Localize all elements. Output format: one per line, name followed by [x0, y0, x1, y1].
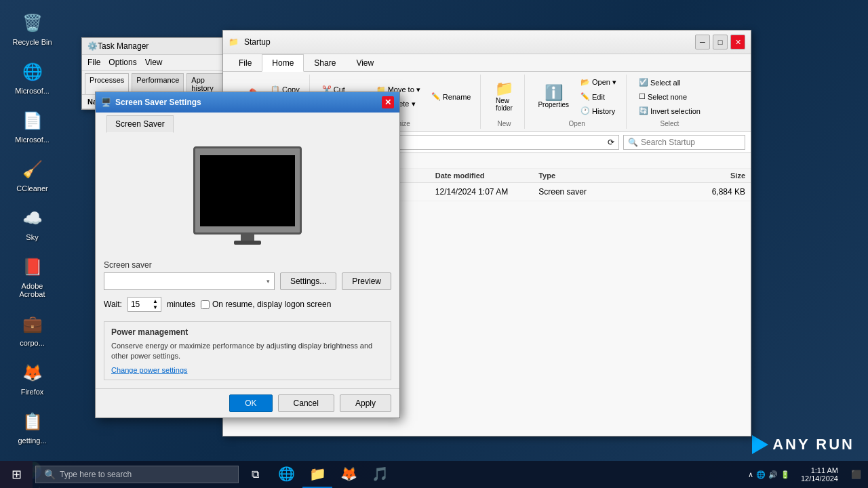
- ssd-wait-value: 15: [131, 300, 140, 309]
- ssd-resume-label[interactable]: On resume, display logon screen: [201, 300, 331, 309]
- getting-label: getting...: [18, 436, 46, 445]
- desktop-icon-sky[interactable]: ☁️ Sky: [7, 202, 58, 244]
- col-header-date[interactable]: Date modified: [435, 171, 538, 180]
- taskbar-edge-icon: 🌐: [278, 466, 295, 482]
- firefox-desktop-label: Firefox: [21, 388, 44, 396]
- ssd-power-group: Power management Conserve energy or maxi…: [104, 321, 391, 380]
- ssd-resume-checkbox[interactable]: [201, 300, 210, 309]
- ssd-spinner-up[interactable]: ▲: [153, 298, 158, 304]
- open-button[interactable]: 📂 Open ▾: [576, 76, 620, 89]
- col-header-type[interactable]: Type: [538, 171, 642, 180]
- ssd-tab-area: Screen Saver: [96, 113, 399, 133]
- desktop-icon-corpo[interactable]: 💼 corpo...: [7, 308, 58, 350]
- start-button[interactable]: ⊞: [0, 461, 33, 488]
- ssd-body: Screen saver ▾ Settings... Preview Wait:…: [96, 133, 399, 388]
- history-button[interactable]: 🕐 History: [576, 104, 620, 117]
- ssd-screensaver-tab[interactable]: Screen Saver: [106, 115, 174, 133]
- tm-menu-view[interactable]: View: [145, 58, 163, 67]
- getting-icon: 📋: [19, 408, 46, 435]
- ssd-wait-spinner[interactable]: 15 ▲ ▼: [127, 297, 161, 312]
- file-type-cell: Screen saver: [538, 187, 642, 197]
- ssd-minutes-label: minutes: [167, 300, 195, 309]
- select-all-icon: ☑️: [639, 78, 648, 87]
- taskbar-edge-button[interactable]: 🌐: [271, 461, 301, 488]
- select-none-button[interactable]: ☐ Select none: [635, 90, 705, 103]
- ssd-dropdown-chevron: ▾: [267, 278, 270, 285]
- systray-network-icon: 🌐: [756, 470, 766, 479]
- col-header-size[interactable]: Size: [642, 171, 745, 180]
- ssd-ok-button[interactable]: OK: [229, 394, 272, 412]
- desktop-icon-firefox[interactable]: 🦊 Firefox: [7, 357, 58, 399]
- ssd-dropdown-value: [108, 277, 111, 286]
- ccleaner-icon: 🧹: [19, 156, 46, 183]
- rename-button[interactable]: ✏️ Rename: [427, 90, 475, 103]
- ssd-close-button[interactable]: ✕: [382, 96, 394, 108]
- edit-icon: ✏️: [580, 92, 590, 101]
- desktop-icon-recycle-bin[interactable]: 🗑️ Recycle Bin: [7, 7, 58, 49]
- task-manager-titlebar: ⚙️ Task Manager: [82, 38, 230, 55]
- ssd-power-link[interactable]: Change power settings: [111, 366, 384, 374]
- task-manager-title: Task Manager: [98, 41, 149, 51]
- windows-icon: ⊞: [12, 467, 22, 482]
- show-desktop-icon: ⬛: [851, 470, 861, 479]
- ssd-spinner-down[interactable]: ▼: [153, 304, 158, 310]
- tm-menu-options[interactable]: Options: [108, 58, 136, 67]
- systray-up-arrow-icon[interactable]: ∧: [748, 470, 753, 479]
- new-folder-button[interactable]: 📁 Newfolder: [489, 79, 519, 115]
- invert-selection-button[interactable]: 🔄 Invert selection: [635, 104, 705, 117]
- taskbar-clock[interactable]: 1:11 AM 12/14/2024: [795, 466, 844, 483]
- fe-search-box[interactable]: 🔍: [623, 135, 745, 150]
- fe-close-button[interactable]: ✕: [730, 35, 745, 49]
- anyrun-text: ANY RUN: [772, 436, 854, 453]
- ssd-settings-button[interactable]: Settings...: [280, 272, 336, 290]
- fe-titlebar-left: 📁 Startup: [229, 37, 271, 47]
- ssd-apply-button[interactable]: Apply: [340, 394, 391, 412]
- search-input[interactable]: [641, 138, 729, 147]
- ssd-power-text: Conserve energy or maximize performance …: [111, 341, 384, 362]
- taskbar-fileexplorer-button[interactable]: 📁: [302, 461, 332, 488]
- ribbon-tab-home[interactable]: Home: [262, 54, 304, 72]
- ribbon-tab-share[interactable]: Share: [304, 54, 346, 72]
- ssd-icon: 🖥️: [101, 98, 111, 107]
- fe-folder-icon: 📁: [229, 37, 239, 47]
- taskbar-firefox-button[interactable]: 🦊: [334, 461, 363, 488]
- select-group-label: Select: [660, 120, 679, 127]
- ssd-monitor-screen: [200, 155, 295, 226]
- ssd-titlebar: 🖥️ Screen Saver Settings ✕: [96, 92, 399, 113]
- fe-minimize-button[interactable]: ─: [695, 35, 710, 49]
- tm-menu-file[interactable]: File: [87, 58, 100, 67]
- show-desktop-button[interactable]: ⬛: [844, 461, 868, 488]
- ccleaner-label: CCleaner: [16, 184, 47, 192]
- taskbar-search-placeholder: Type here to search: [60, 470, 132, 479]
- select-none-label: Select none: [648, 93, 687, 101]
- desktop-icon-getting[interactable]: 📋 getting...: [7, 405, 58, 447]
- task-manager-icon: ⚙️: [87, 41, 98, 51]
- task-view-button[interactable]: ⧉: [241, 461, 269, 488]
- desktop-icon-edge[interactable]: 🌐 Microsof...: [7, 56, 58, 98]
- fe-maximize-button[interactable]: □: [713, 35, 728, 49]
- taskbar-apps: 🌐 📁 🦊 🎵: [269, 461, 743, 488]
- screen-saver-dialog: 🖥️ Screen Saver Settings ✕ Screen Saver: [95, 92, 400, 418]
- ssd-preview-button[interactable]: Preview: [342, 272, 391, 290]
- desktop-icon-word[interactable]: 📄 Microsof...: [7, 104, 58, 146]
- edit-button[interactable]: ✏️ Edit: [576, 90, 620, 103]
- ssd-screensaver-dropdown[interactable]: ▾: [104, 272, 275, 290]
- taskbar-winamp-button[interactable]: 🎵: [365, 461, 395, 488]
- refresh-button[interactable]: ⟳: [608, 138, 614, 147]
- ssd-cancel-button[interactable]: Cancel: [278, 394, 334, 412]
- select-all-button[interactable]: ☑️ Select all: [635, 76, 705, 89]
- new-items: 📁 Newfolder: [489, 76, 519, 117]
- ssd-screensaver-row: Screen saver ▾ Settings... Preview: [104, 260, 391, 290]
- recycle-bin-icon: 🗑️: [19, 9, 46, 37]
- desktop-icon-adobe[interactable]: 📕 Adobe Acrobat: [7, 251, 58, 301]
- desktop-icon-ccleaner[interactable]: 🧹 CCleaner: [7, 153, 58, 195]
- clock-time: 1:11 AM: [801, 466, 838, 474]
- taskbar-search-box[interactable]: 🔍 Type here to search: [35, 466, 239, 483]
- ribbon-tab-view[interactable]: View: [346, 54, 384, 72]
- taskbar: ⊞ 🔍 Type here to search ⧉ 🌐 📁 🦊 🎵 ∧ �: [0, 461, 868, 488]
- ssd-preview-area: [104, 141, 391, 253]
- taskbar-search-icon: 🔍: [44, 469, 56, 480]
- ribbon-tab-file[interactable]: File: [229, 54, 262, 72]
- properties-button[interactable]: ℹ️ Properties: [533, 83, 574, 111]
- recycle-bin-label: Recycle Bin: [12, 38, 52, 46]
